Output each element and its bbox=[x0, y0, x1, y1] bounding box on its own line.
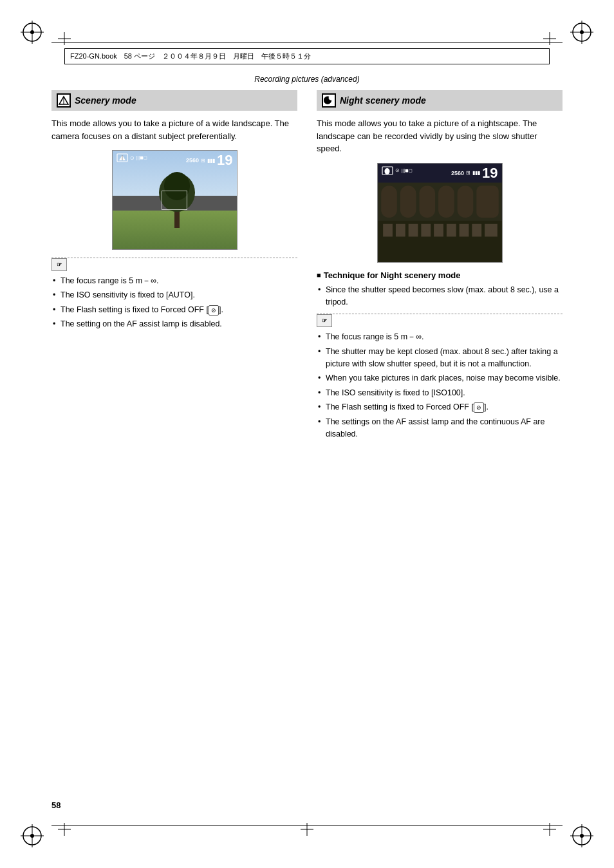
svg-rect-40 bbox=[457, 185, 473, 217]
night-note-separator: ☞ bbox=[317, 314, 563, 327]
night-bullet-2: The shutter may be kept closed (max. abo… bbox=[317, 346, 563, 371]
svg-point-11 bbox=[30, 834, 34, 838]
scenery-bullet-1: The focus range is 5 m－∞. bbox=[51, 275, 297, 287]
header-bar: FZ20-GN.book 58 ページ ２００４年８月９日 月曜日 午後５時５１… bbox=[64, 48, 550, 64]
svg-rect-51 bbox=[485, 223, 498, 236]
scenery-camera-ui: ⊙ |||◼◻ 2560 ⊞ ▮▮▮ 19 bbox=[113, 151, 237, 170]
night-bullet-list: The focus range is 5 m－∞. The shutter ma… bbox=[317, 331, 563, 440]
section-title: Recording pictures (advanced) bbox=[0, 75, 614, 84]
night-mode-icon bbox=[322, 93, 336, 108]
corner-mark-tr bbox=[570, 21, 593, 44]
bottom-rule-line bbox=[51, 825, 563, 826]
night-camera-screen: ⊙ |||◼◻ 2560 ⊞ ▮▮▮ 19 bbox=[377, 163, 503, 263]
svg-rect-38 bbox=[419, 185, 435, 217]
scenery-bullet-3: The Flash setting is fixed to Forced OFF… bbox=[51, 304, 297, 316]
night-bullet-3: When you take pictures in dark places, n… bbox=[317, 372, 563, 384]
svg-rect-46 bbox=[421, 223, 431, 236]
night-bullet-1: The focus range is 5 m－∞. bbox=[317, 331, 563, 343]
night-bullet-5: The Flash setting is fixed to Forced OFF… bbox=[317, 401, 563, 413]
corner-mark-bl bbox=[21, 824, 44, 847]
scenery-mode-header: Scenery mode bbox=[51, 90, 297, 111]
svg-rect-44 bbox=[395, 223, 405, 236]
column-left: Scenery mode This mode allows you to tak… bbox=[51, 90, 297, 442]
two-column-layout: Scenery mode This mode allows you to tak… bbox=[51, 90, 563, 442]
night-bullet-6: The settings on the AF assist lamp and t… bbox=[317, 416, 563, 441]
night-note-icon: ☞ bbox=[317, 314, 332, 327]
night-mode-title: Night scenery mode bbox=[340, 95, 426, 106]
scenery-mode-icon bbox=[57, 93, 71, 108]
column-right: Night scenery mode This mode allows you … bbox=[317, 90, 563, 442]
svg-rect-50 bbox=[472, 223, 481, 236]
scenery-camera-screen: ⊙ |||◼◻ 2560 ⊞ ▮▮▮ 19 bbox=[112, 150, 237, 250]
camera-ui-left: ⊙ |||◼◻ bbox=[116, 153, 147, 162]
content-area: Scenery mode This mode allows you to tak… bbox=[51, 90, 563, 791]
scenery-bullet-2: The ISO sensitivity is fixed to [AUTO]. bbox=[51, 289, 297, 301]
focus-bracket bbox=[162, 191, 187, 210]
svg-point-15 bbox=[580, 834, 584, 838]
svg-point-3 bbox=[30, 30, 34, 34]
flash-icon-scenery: ⊘ bbox=[209, 305, 219, 316]
corner-mark-tl bbox=[21, 21, 44, 44]
top-rule-line bbox=[51, 42, 563, 43]
page-number: 58 bbox=[51, 800, 60, 810]
svg-rect-39 bbox=[438, 185, 454, 217]
scenery-note-icon: ☞ bbox=[51, 258, 67, 271]
scenery-bullet-list: The focus range is 5 m－∞. The ISO sensit… bbox=[51, 275, 297, 331]
technique-bullet-list: Since the shutter speed becomes slow (ma… bbox=[317, 284, 563, 309]
night-mode-header: Night scenery mode bbox=[317, 90, 563, 111]
flash-icon-night: ⊘ bbox=[474, 402, 484, 413]
svg-rect-48 bbox=[446, 223, 456, 236]
scenery-note-separator: ☞ bbox=[51, 258, 297, 271]
svg-rect-47 bbox=[434, 223, 443, 236]
scenery-mode-title: Scenery mode bbox=[75, 95, 136, 106]
scenery-description: This mode allows you to take a picture o… bbox=[51, 117, 297, 142]
svg-rect-49 bbox=[459, 223, 469, 236]
svg-rect-43 bbox=[383, 223, 393, 236]
technique-bullet-1: Since the shutter speed becomes slow (ma… bbox=[317, 284, 563, 309]
corner-mark-br bbox=[570, 824, 593, 847]
crosshair-top-right bbox=[543, 32, 556, 45]
svg-point-7 bbox=[580, 30, 584, 34]
night-camera-ui: ⊙ |||◼◻ 2560 ⊞ ▮▮▮ 19 bbox=[378, 164, 502, 183]
technique-heading: Technique for Night scenery mode bbox=[317, 270, 563, 280]
night-bullet-4: The ISO sensitivity is fixed to [ISO100]… bbox=[317, 387, 563, 399]
night-description: This mode allows you to take a picture o… bbox=[317, 117, 563, 155]
svg-rect-36 bbox=[381, 185, 397, 217]
scenery-bullet-4: The setting on the AF assist lamp is dis… bbox=[51, 318, 297, 330]
svg-rect-37 bbox=[400, 185, 416, 217]
crosshair-top-left bbox=[58, 32, 71, 45]
header-file-info: FZ20-GN.book 58 ページ ２００４年８月９日 月曜日 午後５時５１… bbox=[70, 52, 311, 61]
svg-rect-45 bbox=[408, 223, 418, 236]
night-camera-ui-left: ⊙ |||◼◻ bbox=[382, 166, 413, 175]
svg-rect-41 bbox=[476, 185, 499, 217]
technique-heading-text: Technique for Night scenery mode bbox=[324, 270, 461, 280]
